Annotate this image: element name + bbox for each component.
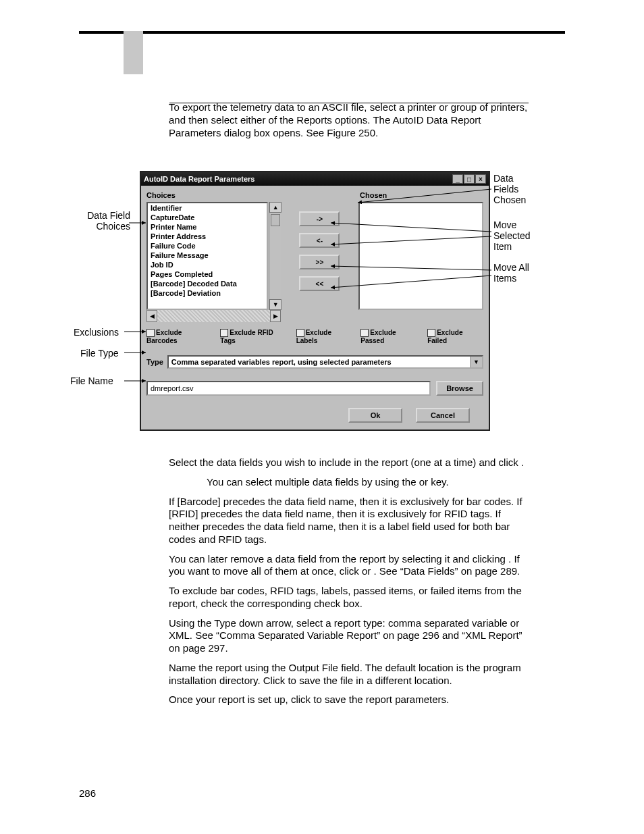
move-left-button[interactable]: <- [299,233,340,248]
chosen-heading: Chosen [360,191,387,199]
choices-scrollbar-horizontal[interactable]: ◀ ▶ [146,310,281,322]
list-item[interactable]: Printer Name [148,222,267,232]
note-paragraph: You can select multiple data fields by u… [169,476,530,489]
list-item[interactable]: Printer Address [148,232,267,241]
exclude-rfid-checkbox[interactable]: Exclude RFID Tags [220,329,289,344]
maximize-button[interactable]: □ [464,174,475,184]
callout-exclusions: Exclusions [74,327,119,338]
body-paragraph: Name the report using the Output File fi… [169,662,530,687]
exclude-passed-checkbox[interactable]: Exclude Passed [360,329,421,344]
type-value: Comma separated variables report, using … [171,358,392,366]
browse-button[interactable]: Browse [436,381,483,396]
type-label: Type [146,358,163,366]
close-button[interactable]: × [475,174,486,184]
scroll-up-icon[interactable]: ▲ [269,202,281,213]
body-paragraph: To exclude bar codes, RFID tags, labels,… [169,585,530,610]
scroll-left-icon[interactable]: ◀ [146,310,157,322]
autoid-dialog: AutoID Data Report Parameters _ □ × Choi… [140,171,490,431]
list-item[interactable]: Failure Message [148,251,267,260]
callout-file-name: File Name [70,375,113,386]
callout-move-all: Move AllItems [493,262,529,284]
header-gray-block [124,31,143,74]
list-item[interactable]: [Barcode] Deviation [148,288,267,298]
cancel-button[interactable]: Cancel [416,408,470,423]
list-item[interactable]: Job ID [148,260,267,269]
filename-input[interactable]: dmreport.csv [146,381,431,396]
scroll-down-icon[interactable]: ▼ [269,299,281,310]
list-item[interactable]: Identifier [148,203,267,213]
page-number: 286 [79,787,96,799]
body-paragraph: Using the Type down arrow, select a repo… [169,617,530,655]
intro-paragraph: To export the telemetry data to an ASCII… [169,101,530,139]
move-all-right-button[interactable]: >> [299,255,340,269]
callout-data-field-choices: Data FieldChoices [78,210,130,232]
list-item[interactable]: [Barcode] Decoded Data [148,279,267,288]
body-paragraph: If [Barcode] precedes the data field nam… [169,496,530,546]
exclusions-row: Exclude Barcodes Exclude RFID Tags Exclu… [146,329,483,344]
move-all-left-button[interactable]: << [299,276,340,291]
ok-button[interactable]: Ok [348,408,402,423]
list-item[interactable]: CaptureDate [148,213,267,222]
dialog-titlebar[interactable]: AutoID Data Report Parameters _ □ × [141,172,489,186]
list-item[interactable]: Failure Code [148,241,267,251]
chevron-down-icon[interactable]: ▼ [470,357,482,367]
callout-move-selected: MoveSelectedItem [493,219,530,252]
exclude-barcodes-checkbox[interactable]: Exclude Barcodes [146,329,213,344]
body-paragraph: Select the data fields you wish to inclu… [169,457,530,469]
minimize-button[interactable]: _ [452,174,463,184]
chosen-listbox[interactable] [358,202,483,310]
dialog-title: AutoID Data Report Parameters [144,175,254,183]
body-paragraph: You can later remove a data field from t… [169,553,530,579]
choices-listbox[interactable]: Identifier CaptureDate Printer Name Prin… [146,202,268,310]
type-select[interactable]: Comma separated variables report, using … [167,355,483,369]
body-paragraph: Once your report is set up, click to sav… [169,694,530,706]
move-right-button[interactable]: -> [299,211,340,226]
exclude-labels-checkbox[interactable]: Exclude Labels [296,329,354,344]
callout-data-fields-chosen: DataFieldsChosen [493,173,526,205]
exclude-failed-checkbox[interactable]: Exclude Failed [427,329,483,344]
choices-scrollbar-vertical[interactable]: ▲ ▼ [269,202,281,310]
scroll-right-icon[interactable]: ▶ [270,310,281,322]
header-rule [79,31,565,34]
callout-file-type: File Type [80,348,119,359]
list-item[interactable]: Pages Completed [148,269,267,279]
scroll-thumb[interactable] [271,214,280,226]
choices-heading: Choices [146,191,360,199]
